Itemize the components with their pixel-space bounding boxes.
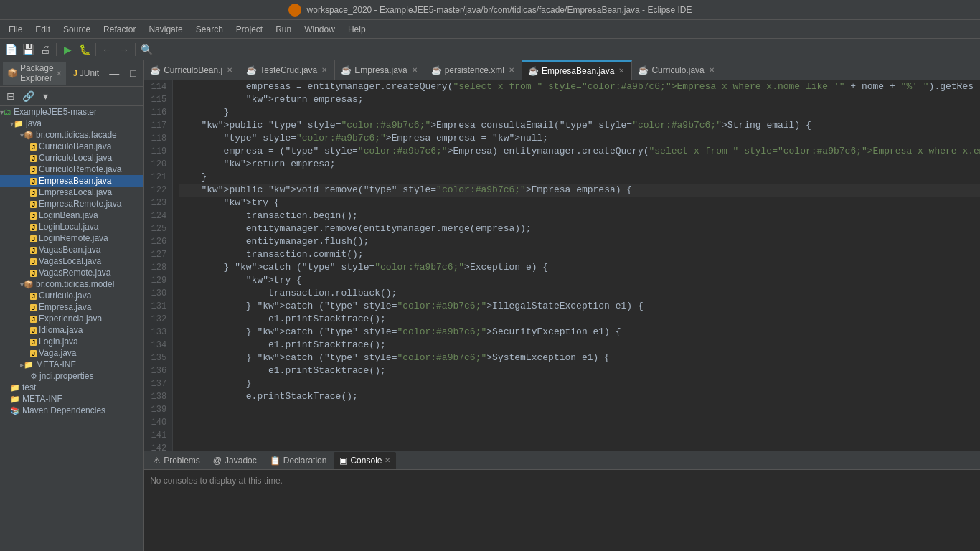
pe-minimize[interactable]: — <box>106 65 122 81</box>
tree-item-CurriculoLocal-java[interactable]: JCurriculoLocal.java <box>0 152 143 164</box>
menu-window[interactable]: Window <box>298 23 341 36</box>
tree-item-Curriculo-java[interactable]: JCurriculo.java <box>0 290 143 301</box>
tree-item-LoginBean-java[interactable]: JLoginBean.java <box>0 209 143 221</box>
toolbar-back[interactable]: ← <box>99 42 115 57</box>
tree-label: ExampleJEE5-master <box>14 107 97 117</box>
tree-item-EmpresaBean-java[interactable]: JEmpresaBean.java <box>0 175 143 187</box>
tree-item-CurriculoRemote-java[interactable]: JCurriculoRemote.java <box>0 164 143 175</box>
menu-project[interactable]: Project <box>230 23 268 36</box>
tab-javadoc[interactable]: @ Javadoc <box>207 452 263 469</box>
menu-run[interactable]: Run <box>270 23 297 36</box>
line-num-124: 124 <box>147 209 166 222</box>
tree-item-icon: J <box>30 291 37 300</box>
tree-item-VagasBean-java[interactable]: JVagasBean.java <box>0 244 143 255</box>
tab-close-icon[interactable]: ✕ <box>507 66 516 74</box>
editor-tab-0[interactable]: ☕CurriculoBean.j✕ <box>144 60 240 80</box>
toolbar-new[interactable]: 📄 <box>3 42 19 57</box>
line-num-114: 114 <box>147 80 166 93</box>
tab-declaration[interactable]: 📋 Declaration <box>264 452 333 469</box>
menu-refactor[interactable]: Refactor <box>98 23 141 36</box>
tree-item-test[interactable]: 📁test <box>0 382 143 393</box>
tab-package-explorer[interactable]: 📦 Package Explorer ✕ <box>3 62 66 85</box>
editor-tab-1[interactable]: ☕TesteCrud.java✕ <box>240 60 335 80</box>
code-line-136: } "kw">catch ("type" style="color:#a9b7c… <box>179 326 980 339</box>
code-editor[interactable]: 1141151161171181191201211221231241251261… <box>144 80 980 451</box>
code-lines[interactable]: empresas = entitymanager.createQuery("se… <box>173 80 980 451</box>
bottom-tabs-bar: ⚠ Problems @ Javadoc 📋 Declaration ▣ Con… <box>144 451 980 470</box>
tree-item-EmpresaLocal-java[interactable]: JEmpresaLocal.java <box>0 187 143 198</box>
pe-close-icon[interactable]: ✕ <box>56 70 62 77</box>
tree-item-LoginRemote-java[interactable]: JLoginRemote.java <box>0 232 143 244</box>
editor-tab-4[interactable]: ☕EmpresaBean.java✕ <box>522 60 632 80</box>
pe-maximize[interactable]: □ <box>125 65 141 81</box>
tree-item-Vaga-java[interactable]: JVaga.java <box>0 347 143 359</box>
code-line-141: e.printStackTrace(); <box>179 390 980 403</box>
tree-item-Login-java[interactable]: JLogin.java <box>0 336 143 347</box>
tree-item-CurriculoBean-java[interactable]: JCurriculoBean.java <box>0 141 143 152</box>
line-num-117: 117 <box>147 119 166 132</box>
tab-close-icon[interactable]: ✕ <box>617 67 626 75</box>
tree-item-ExampleJEE5-master[interactable]: ▾ 🗂ExampleJEE5-master <box>0 106 143 118</box>
menu-edit[interactable]: Edit <box>29 23 56 36</box>
tree-item-br-com-tidicas-model[interactable]: ▾ 📦br.com.tidicas.model <box>0 278 143 290</box>
tree-item-VagasRemote-java[interactable]: JVagasRemote.java <box>0 267 143 278</box>
toolbar-search[interactable]: 🔍 <box>138 42 154 57</box>
toolbar-run[interactable]: ▶ <box>60 42 75 57</box>
tree-item-EmpresaRemote-java[interactable]: JEmpresaRemote.java <box>0 198 143 209</box>
editor-tab-2[interactable]: ☕Empresa.java✕ <box>335 60 425 80</box>
tree-item-jndi-properties[interactable]: ⚙jndi.properties <box>0 370 143 382</box>
line-num-128: 128 <box>147 261 166 274</box>
tree-item-Idioma-java[interactable]: JIdioma.java <box>0 324 143 336</box>
pe-menu[interactable]: ▾ <box>37 88 53 104</box>
tab-label: CurriculoBean.j <box>164 65 222 75</box>
tab-close-icon[interactable]: ✕ <box>410 66 419 74</box>
toolbar-save[interactable]: 💾 <box>20 42 36 57</box>
tree-item-br-com-tidicas-facade[interactable]: ▾ 📦br.com.tidicas.facade <box>0 129 143 141</box>
console-icon: ▣ <box>339 456 347 466</box>
tree-item-META-INF[interactable]: ▸ 📁META-INF <box>0 359 143 370</box>
line-num-133: 133 <box>147 326 166 339</box>
tree-item-Maven-Dependencies[interactable]: 📚Maven Dependencies <box>0 405 143 416</box>
title-bar: workspace_2020 - ExampleJEE5-master/java… <box>0 0 980 20</box>
tree-item-icon: J <box>30 234 37 242</box>
tree-item-icon: J <box>30 165 37 174</box>
line-num-127: 127 <box>147 248 166 261</box>
pe-collapse-all[interactable]: ⊟ <box>3 88 19 104</box>
menu-search[interactable]: Search <box>190 23 229 36</box>
tree-item-LoginLocal-java[interactable]: JLoginLocal.java <box>0 221 143 232</box>
tree-label: META-INF <box>36 359 76 369</box>
toolbar-print[interactable]: 🖨 <box>37 42 53 57</box>
tab-problems[interactable]: ⚠ Problems <box>147 452 206 469</box>
code-line-135: e1.printStacktrace(); <box>179 313 980 326</box>
menu-help[interactable]: Help <box>342 23 372 36</box>
java-file-icon: ☕ <box>341 65 352 75</box>
toolbar-forward[interactable]: → <box>116 42 132 57</box>
editor-tab-5[interactable]: ☕Curriculo.java✕ <box>632 60 722 80</box>
line-numbers: 1141151161171181191201211221231241251261… <box>144 80 173 451</box>
console-close-icon[interactable]: ✕ <box>385 456 390 464</box>
tree-item-VagasLocal-java[interactable]: JVagasLocal.java <box>0 255 143 267</box>
tab-label: Curriculo.java <box>651 65 704 75</box>
menu-source[interactable]: Source <box>57 23 96 36</box>
tab-close-icon[interactable]: ✕ <box>320 66 329 74</box>
menu-file[interactable]: File <box>3 23 28 36</box>
tree-item-Experiencia-java[interactable]: JExperiencia.java <box>0 313 143 324</box>
tree-item-Empresa-java[interactable]: JEmpresa.java <box>0 301 143 313</box>
tree-label: VagasLocal.java <box>39 256 101 266</box>
line-num-137: 137 <box>147 377 166 390</box>
editor-tab-3[interactable]: ☕persistence.xml✕ <box>425 60 522 80</box>
tab-label: Empresa.java <box>354 65 407 75</box>
tree-item-META-INF2[interactable]: 📁META-INF <box>0 393 143 405</box>
tab-junit[interactable]: J JUnit <box>69 67 103 80</box>
tab-close-icon[interactable]: ✕ <box>225 66 234 74</box>
line-num-119: 119 <box>147 145 166 158</box>
tab-console[interactable]: ▣ Console ✕ <box>334 452 396 469</box>
tree-item-java[interactable]: ▾ 📁java <box>0 118 143 129</box>
toolbar-debug[interactable]: 🐛 <box>77 42 93 57</box>
menu-navigate[interactable]: Navigate <box>143 23 188 36</box>
pe-link-editor[interactable]: 🔗 <box>20 88 36 104</box>
tab-close-icon[interactable]: ✕ <box>707 66 716 74</box>
tab-label: EmpresaBean.java <box>542 66 614 76</box>
tree-item-icon: J <box>30 176 37 185</box>
tree-label: LoginRemote.java <box>39 233 108 243</box>
